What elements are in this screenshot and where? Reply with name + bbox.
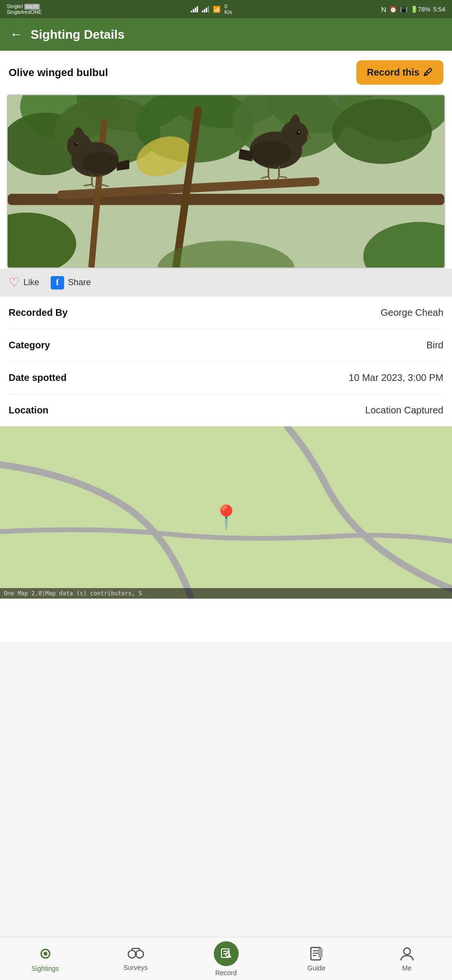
svg-point-33 [296, 131, 300, 135]
share-label: Share [68, 278, 91, 288]
main-content: Olive winged bulbul Record this 🖊 [0, 51, 452, 642]
svg-rect-62 [319, 948, 322, 957]
category-value: Bird [426, 340, 443, 351]
bird-scene-svg [8, 95, 444, 267]
svg-point-20 [76, 143, 77, 144]
status-bar: Singtel VoLTE SingtelredONE 📶 0K/s N ⏰ 📳… [0, 0, 452, 18]
detail-row-category: Category Bird [9, 329, 443, 362]
svg-point-35 [250, 141, 292, 166]
carrier-info: Singtel VoLTE SingtelredONE [7, 3, 42, 15]
record-this-label: Record this [367, 67, 419, 78]
nav-sightings[interactable]: Sightings [0, 937, 90, 980]
like-label: Like [23, 278, 39, 288]
map-pin: 📍 [212, 504, 241, 531]
signal-group: 📶 0K/s [191, 3, 232, 15]
social-row: ♡ Like f Share [0, 268, 452, 297]
location-value: Location Captured [365, 405, 443, 416]
surveys-label: Surveys [123, 964, 148, 971]
species-name: Olive winged bulbul [9, 67, 356, 79]
date-label: Date spotted [9, 372, 66, 383]
record-this-icon: 🖊 [423, 67, 433, 78]
status-right: N ⏰ 📳 🔋78% 5:54 [381, 5, 445, 13]
svg-point-10 [332, 99, 432, 164]
location-label: Location [9, 405, 48, 416]
facebook-icon: f [51, 276, 64, 290]
carrier-name2: SingtelredONE [7, 9, 42, 15]
heart-icon: ♡ [9, 275, 20, 290]
svg-point-21 [81, 151, 119, 174]
svg-point-34 [298, 131, 300, 133]
time-display: 5:54 [433, 6, 445, 13]
record-circle [214, 941, 239, 966]
bottom-navigation: Sightings Surveys Record [0, 937, 452, 980]
me-label: Me [402, 964, 411, 972]
header: ← Sighting Details [0, 18, 452, 51]
data-speed: 0K/s [224, 3, 232, 15]
map-container[interactable]: 📍 One Map 2.0|Map data (c) contributors,… [0, 426, 452, 599]
svg-point-63 [404, 948, 410, 955]
recorded-by-label: Recorded By [9, 307, 67, 318]
like-button[interactable]: ♡ Like [9, 275, 39, 290]
recorded-by-value: George Cheah [381, 307, 443, 318]
detail-row-location: Location Location Captured [9, 394, 443, 426]
guide-icon [309, 946, 324, 961]
date-value: 10 Mar 2023, 3:00 PM [349, 372, 443, 383]
detail-row-date: Date spotted 10 Mar 2023, 3:00 PM [9, 362, 443, 394]
signal-bars-2 [202, 6, 209, 12]
battery-icon: 🔋78% [410, 6, 430, 13]
svg-point-49 [44, 952, 47, 956]
page-title: Sighting Details [31, 27, 124, 42]
record-icon [220, 947, 232, 960]
nav-record[interactable]: Record [181, 937, 271, 980]
sightings-icon [37, 946, 54, 962]
nav-surveys[interactable]: Surveys [90, 937, 181, 980]
record-this-button[interactable]: Record this 🖊 [356, 60, 443, 85]
back-button[interactable]: ← [10, 27, 23, 42]
nfc-icon: N [381, 5, 386, 13]
record-label: Record [215, 969, 237, 977]
nav-me[interactable]: Me [362, 937, 452, 980]
alarm-icon: ⏰ [389, 6, 397, 13]
category-label: Category [9, 340, 50, 351]
detail-row-recorded-by: Recorded By George Cheah [9, 297, 443, 329]
carrier-name: Singtel VoLTE [7, 3, 42, 9]
species-row: Olive winged bulbul Record this 🖊 [0, 51, 452, 94]
guide-label: Guide [308, 964, 325, 972]
surveys-icon [128, 947, 144, 961]
nav-guide[interactable]: Guide [271, 937, 362, 980]
wifi-icon: 📶 [213, 6, 220, 13]
share-button[interactable]: f Share [51, 276, 91, 290]
sightings-label: Sightings [32, 965, 59, 972]
vibrate-icon: 📳 [400, 6, 408, 13]
map-attribution: One Map 2.0|Map data (c) contributors, S [0, 588, 452, 599]
signal-bars-1 [191, 6, 198, 12]
details-section: Recorded By George Cheah Category Bird D… [0, 297, 452, 426]
bird-image [8, 95, 444, 267]
me-icon [400, 946, 414, 961]
bird-image-container [7, 94, 445, 268]
